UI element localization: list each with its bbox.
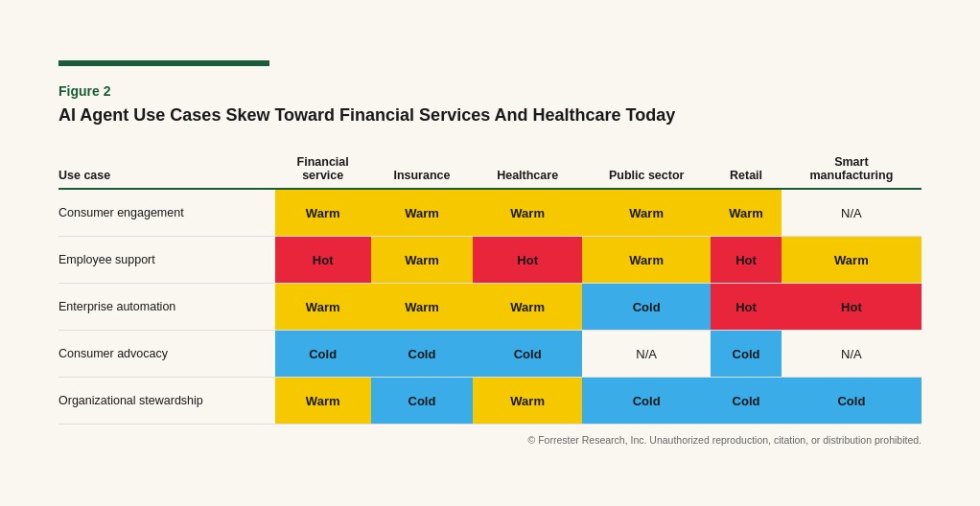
data-cell: Warm bbox=[473, 189, 582, 237]
col-header-public: Public sector bbox=[582, 150, 711, 189]
data-cell: Hot bbox=[473, 237, 582, 284]
cell-value: Cold bbox=[711, 378, 781, 424]
col-header-insurance: Insurance bbox=[371, 150, 474, 189]
data-cell: Warm bbox=[582, 237, 711, 284]
use-case-label: Organizational stewardship bbox=[58, 378, 275, 425]
cell-value: Cold bbox=[473, 331, 582, 377]
data-cell: Hot bbox=[711, 284, 781, 331]
cell-value: Warm bbox=[371, 284, 474, 330]
data-cell: Warm bbox=[473, 378, 582, 425]
table-row: Organizational stewardshipWarmColdWarmCo… bbox=[58, 378, 922, 425]
data-cell: N/A bbox=[782, 331, 922, 378]
cell-value: Warm bbox=[371, 190, 474, 236]
cell-value: Warm bbox=[275, 190, 371, 236]
data-cell: Cold bbox=[582, 284, 711, 331]
cell-value: Warm bbox=[473, 284, 582, 330]
data-cell: Cold bbox=[473, 331, 582, 378]
data-cell: Cold bbox=[582, 378, 711, 425]
col-header-smart-mfg: Smartmanufacturing bbox=[782, 150, 922, 189]
cell-value: N/A bbox=[782, 331, 922, 377]
data-cell: N/A bbox=[582, 331, 711, 378]
cell-value: Warm bbox=[275, 284, 371, 330]
data-cell: Warm bbox=[371, 189, 474, 237]
cell-value: Warm bbox=[582, 190, 711, 236]
data-cell: Warm bbox=[275, 284, 371, 331]
data-cell: Hot bbox=[711, 237, 781, 284]
cell-value: Warm bbox=[582, 237, 711, 283]
cell-value: Cold bbox=[711, 331, 781, 377]
use-case-label: Enterprise automation bbox=[58, 284, 275, 331]
data-cell: Warm bbox=[582, 189, 711, 237]
cell-value: Cold bbox=[582, 378, 711, 424]
table-header-row: Use case Financialservice Insurance Heal… bbox=[58, 150, 922, 189]
col-header-use-case: Use case bbox=[58, 150, 275, 189]
cell-value: Hot bbox=[275, 237, 371, 283]
cell-value: Warm bbox=[371, 237, 474, 283]
cell-value: Warm bbox=[711, 190, 781, 236]
data-cell: Warm bbox=[782, 237, 922, 284]
data-cell: Warm bbox=[711, 189, 781, 237]
cell-value: Cold bbox=[275, 331, 371, 377]
cell-value: Warm bbox=[782, 237, 922, 283]
use-case-label: Consumer engagement bbox=[58, 189, 275, 237]
data-cell: Warm bbox=[275, 189, 371, 237]
page-container: Figure 2 AI Agent Use Cases Skew Toward … bbox=[20, 32, 960, 474]
cell-value: Cold bbox=[582, 284, 711, 330]
data-cell: Cold bbox=[275, 331, 371, 378]
figure-label: Figure 2 bbox=[58, 83, 922, 99]
col-header-retail: Retail bbox=[711, 150, 781, 189]
cell-value: N/A bbox=[782, 190, 922, 236]
footer-text: © Forrester Research, Inc. Unauthorized … bbox=[58, 434, 922, 446]
data-cell: Warm bbox=[275, 378, 371, 425]
use-case-label: Consumer advocacy bbox=[58, 331, 275, 378]
col-header-financial: Financialservice bbox=[275, 150, 371, 189]
use-case-label: Employee support bbox=[58, 237, 275, 284]
cell-value: Cold bbox=[782, 378, 922, 424]
data-table: Use case Financialservice Insurance Heal… bbox=[58, 150, 922, 425]
table-row: Consumer engagementWarmWarmWarmWarmWarmN… bbox=[58, 189, 922, 237]
data-cell: Warm bbox=[473, 284, 582, 331]
cell-value: Warm bbox=[473, 190, 582, 236]
cell-value: N/A bbox=[582, 331, 711, 377]
cell-value: Cold bbox=[371, 378, 474, 424]
data-cell: Cold bbox=[711, 378, 781, 425]
data-cell: Warm bbox=[371, 284, 474, 331]
cell-value: Hot bbox=[711, 284, 781, 330]
col-header-healthcare: Healthcare bbox=[473, 150, 582, 189]
cell-value: Hot bbox=[473, 237, 582, 283]
data-cell: N/A bbox=[782, 189, 922, 237]
table-row: Enterprise automationWarmWarmWarmColdHot… bbox=[58, 284, 922, 331]
cell-value: Cold bbox=[371, 331, 474, 377]
data-cell: Hot bbox=[782, 284, 922, 331]
cell-value: Hot bbox=[782, 284, 922, 330]
table-row: Employee supportHotWarmHotWarmHotWarm bbox=[58, 237, 922, 284]
data-cell: Cold bbox=[711, 331, 781, 378]
data-cell: Hot bbox=[275, 237, 371, 284]
cell-value: Warm bbox=[473, 378, 582, 424]
accent-bar bbox=[58, 60, 269, 66]
cell-value: Hot bbox=[711, 237, 781, 283]
data-cell: Cold bbox=[782, 378, 922, 425]
data-cell: Cold bbox=[371, 378, 474, 425]
data-cell: Cold bbox=[371, 331, 474, 378]
chart-title: AI Agent Use Cases Skew Toward Financial… bbox=[58, 104, 922, 126]
table-row: Consumer advocacyColdColdColdN/AColdN/A bbox=[58, 331, 922, 378]
cell-value: Warm bbox=[275, 378, 371, 424]
data-cell: Warm bbox=[371, 237, 474, 284]
